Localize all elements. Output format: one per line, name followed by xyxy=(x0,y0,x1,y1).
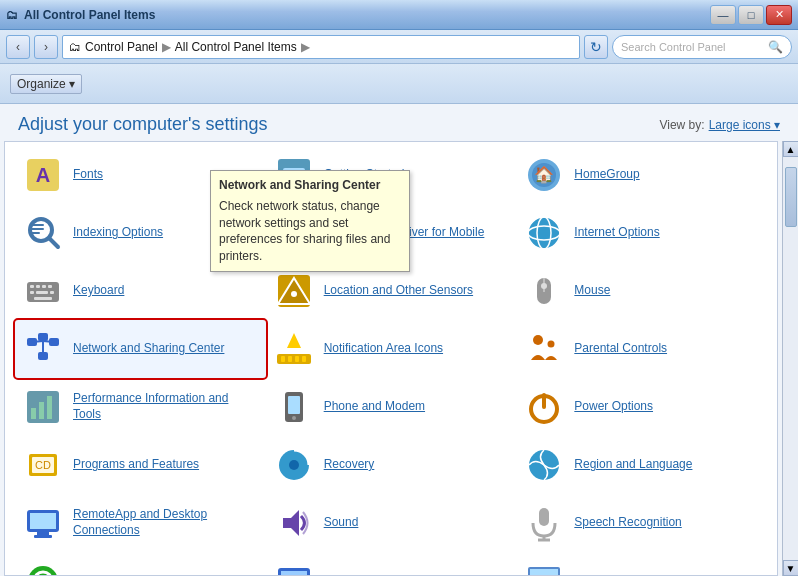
scrollbar[interactable]: ▲ ▼ xyxy=(782,141,798,576)
svg-rect-26 xyxy=(36,285,40,288)
title-bar: 🗂 All Control Panel Items — □ ✕ xyxy=(0,0,798,30)
svg-line-46 xyxy=(43,341,54,342)
refresh-button[interactable]: ↻ xyxy=(584,35,608,59)
mouse-label: Mouse xyxy=(574,283,610,299)
svg-point-68 xyxy=(289,460,299,470)
address-bar: ‹ › 🗂 Control Panel ▶ All Control Panel … xyxy=(0,30,798,64)
viewby-dropdown[interactable]: Large icons ▾ xyxy=(709,118,780,132)
search-box[interactable]: Search Control Panel 🔍 xyxy=(612,35,792,59)
cp-item-speech[interactable]: Speech Recognition xyxy=(516,494,767,552)
view-by: View by: Large icons ▾ xyxy=(659,118,780,132)
svg-rect-73 xyxy=(34,535,52,538)
notification-label: Notification Area Icons xyxy=(324,341,443,357)
cp-header: Adjust your computer's settings View by:… xyxy=(0,104,798,141)
window-title: All Control Panel Items xyxy=(24,8,155,22)
cp-item-power[interactable]: Power Options xyxy=(516,378,767,436)
parental-label: Parental Controls xyxy=(574,341,667,357)
cp-item-region[interactable]: Region and Language xyxy=(516,436,767,494)
recovery-icon xyxy=(274,445,314,485)
viewby-label: View by: xyxy=(659,118,704,132)
cp-item-recovery[interactable]: Recovery xyxy=(266,436,517,494)
parental-icon xyxy=(524,329,564,369)
taskbar-icon xyxy=(524,561,564,576)
title-bar-left: 🗂 All Control Panel Items xyxy=(6,8,155,22)
address-path[interactable]: 🗂 Control Panel ▶ All Control Panel Item… xyxy=(62,35,580,59)
svg-point-36 xyxy=(291,291,297,297)
svg-rect-75 xyxy=(539,508,549,526)
tooltip-title: Network and Sharing Center xyxy=(219,177,401,194)
cp-item-system[interactable]: System xyxy=(266,552,517,576)
search-placeholder: Search Control Panel xyxy=(621,41,726,53)
forward-button[interactable]: › xyxy=(34,35,58,59)
cp-item-sync[interactable]: Sync Center xyxy=(15,552,266,576)
svg-text:CD: CD xyxy=(35,459,51,471)
minimize-button[interactable]: — xyxy=(710,5,736,25)
svg-rect-28 xyxy=(48,285,52,288)
cp-item-taskbar[interactable]: Taskbar and Start Menu xyxy=(516,552,767,576)
svg-rect-57 xyxy=(39,402,44,419)
location-icon xyxy=(274,271,314,311)
fonts-label: Fonts xyxy=(73,167,103,183)
cp-item-parental[interactable]: Parental Controls xyxy=(516,320,767,378)
breadcrumb-control-panel[interactable]: Control Panel xyxy=(85,40,158,54)
svg-rect-82 xyxy=(281,571,307,576)
svg-rect-58 xyxy=(47,396,52,419)
homegroup-label: HomeGroup xyxy=(574,167,639,183)
programs-label: Programs and Features xyxy=(73,457,199,473)
svg-rect-27 xyxy=(42,285,46,288)
svg-rect-56 xyxy=(31,408,36,419)
cp-item-phone[interactable]: Phone and Modem xyxy=(266,378,517,436)
page-title: Adjust your computer's settings xyxy=(18,114,268,135)
svg-rect-86 xyxy=(530,569,558,576)
cp-item-remoteapp[interactable]: RemoteApp and Desktop Connections xyxy=(15,494,266,552)
indexing-icon xyxy=(23,213,63,253)
remoteapp-icon xyxy=(23,503,63,543)
svg-rect-63 xyxy=(542,393,546,409)
cp-item-mouse[interactable]: Mouse xyxy=(516,262,767,320)
cp-item-performance[interactable]: Performance Information and Tools xyxy=(15,378,266,436)
cp-item-internet[interactable]: Internet Options xyxy=(516,204,767,262)
cp-item-homegroup[interactable]: 🏠HomeGroup xyxy=(516,146,767,204)
sound-label: Sound xyxy=(324,515,359,531)
svg-rect-51 xyxy=(302,356,306,362)
tooltip-body: Check network status, change network set… xyxy=(219,198,401,265)
cp-item-network[interactable]: Network and Sharing Center xyxy=(15,320,266,378)
svg-rect-71 xyxy=(30,513,56,529)
breadcrumb-all-items[interactable]: All Control Panel Items xyxy=(175,40,297,54)
scroll-thumb[interactable] xyxy=(785,167,797,227)
scroll-up[interactable]: ▲ xyxy=(783,141,799,157)
speech-icon xyxy=(524,503,564,543)
cp-item-programs[interactable]: CDPrograms and Features xyxy=(15,436,266,494)
maximize-button[interactable]: □ xyxy=(738,5,764,25)
svg-rect-29 xyxy=(30,291,34,294)
cp-item-notification[interactable]: Notification Area Icons xyxy=(266,320,517,378)
region-icon xyxy=(524,445,564,485)
back-button[interactable]: ‹ xyxy=(6,35,30,59)
performance-label: Performance Information and Tools xyxy=(73,391,258,422)
svg-text:🏠: 🏠 xyxy=(534,165,554,184)
title-bar-controls: — □ ✕ xyxy=(710,5,792,25)
scroll-down[interactable]: ▼ xyxy=(783,560,799,576)
svg-rect-41 xyxy=(38,333,48,341)
programs-icon: CD xyxy=(23,445,63,485)
sound-icon xyxy=(274,503,314,543)
svg-line-11 xyxy=(49,238,58,247)
svg-rect-43 xyxy=(38,352,48,360)
svg-rect-50 xyxy=(295,356,299,362)
svg-rect-30 xyxy=(36,291,48,294)
region-label: Region and Language xyxy=(574,457,692,473)
breadcrumb-sep1: ▶ xyxy=(162,40,171,54)
notification-icon xyxy=(274,329,314,369)
internet-label: Internet Options xyxy=(574,225,659,241)
breadcrumb-sep2: ▶ xyxy=(301,40,310,54)
search-icon: 🔍 xyxy=(768,40,783,54)
svg-point-54 xyxy=(548,341,555,348)
svg-line-45 xyxy=(32,341,43,342)
svg-rect-13 xyxy=(30,228,44,230)
close-button[interactable]: ✕ xyxy=(766,5,792,25)
cp-item-sound[interactable]: Sound xyxy=(266,494,517,552)
toolbar-organize[interactable]: Organize ▾ xyxy=(10,74,82,94)
svg-rect-48 xyxy=(281,356,285,362)
svg-rect-31 xyxy=(50,291,54,294)
svg-marker-52 xyxy=(287,333,301,348)
